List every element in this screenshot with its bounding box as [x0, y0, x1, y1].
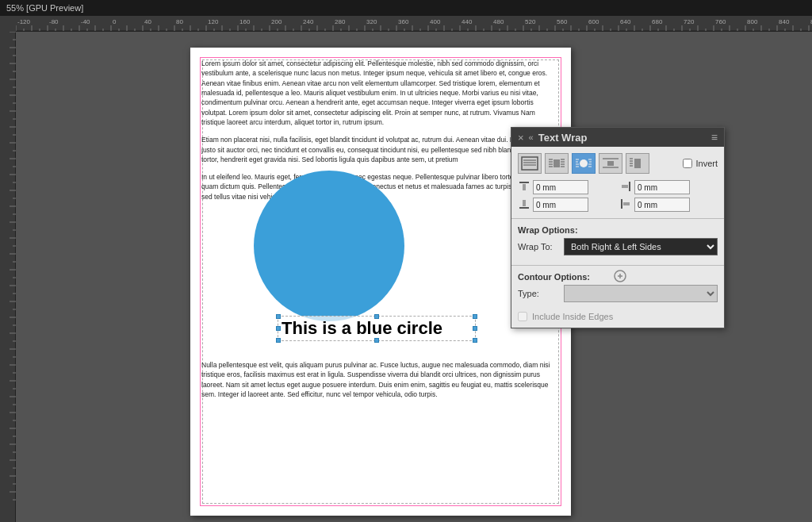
- include-edges-row: Include Inside Edges: [511, 309, 724, 328]
- svg-rect-342: [523, 184, 526, 190]
- offset-top-input[interactable]: [533, 180, 588, 194]
- handle-tl: [276, 314, 281, 319]
- svg-text:320: 320: [366, 18, 377, 25]
- svg-text:520: 520: [525, 18, 536, 25]
- offset-right-input[interactable]: [634, 180, 690, 194]
- svg-text:600: 600: [588, 18, 599, 25]
- offset-bottom-icon: [518, 198, 530, 211]
- svg-text:480: 480: [493, 18, 504, 25]
- ruler-left: [0, 32, 16, 522]
- svg-text:200: 200: [271, 18, 282, 25]
- handle-bl: [276, 338, 281, 343]
- svg-text:280: 280: [335, 18, 346, 25]
- svg-text:720: 720: [684, 18, 695, 25]
- circle-label-text: This is a blue circle: [282, 318, 442, 338]
- wrap-none-button[interactable]: [518, 153, 542, 174]
- panel-close-button[interactable]: ×: [518, 132, 524, 144]
- type-label: Type:: [518, 289, 557, 298]
- wrap-to-select[interactable]: Both Right & Left Sides Right Side Left …: [564, 238, 718, 255]
- type-row: Type:: [518, 285, 718, 302]
- svg-rect-311: [522, 157, 538, 170]
- svg-rect-343: [629, 182, 630, 191]
- offset-bottom-input[interactable]: [533, 198, 588, 212]
- svg-rect-336: [634, 159, 641, 168]
- canvas-area: Lorem ipsum dolor sit amet, consectetur …: [16, 32, 812, 522]
- type-select[interactable]: [564, 285, 718, 302]
- svg-text:680: 680: [652, 18, 663, 25]
- textwrap-panel: × « Text Wrap ≡: [511, 127, 725, 328]
- title-text: 55% [GPU Preview]: [6, 3, 83, 13]
- text-para-1: Lorem ipsum dolor sit amet, consectetur …: [201, 59, 560, 127]
- ruler-top: -120-80-40040801201602002402803203604004…: [0, 16, 812, 32]
- svg-text:80: 80: [176, 18, 183, 25]
- svg-text:40: 40: [144, 18, 151, 25]
- svg-text:400: 400: [430, 18, 441, 25]
- svg-rect-348: [623, 202, 630, 205]
- corner-square: [0, 16, 16, 32]
- svg-rect-315: [553, 159, 560, 167]
- wrap-options-section: Wrap Options: Wrap To: Both Right & Left…: [511, 222, 724, 262]
- svg-text:-120: -120: [17, 18, 31, 25]
- wrap-bounding-button[interactable]: [545, 153, 569, 174]
- handle-ml: [276, 326, 281, 331]
- offset-right-icon: [619, 181, 632, 194]
- svg-text:-40: -40: [81, 18, 90, 25]
- panel-titlebar: × « Text Wrap ≡: [511, 128, 724, 147]
- invert-section: Invert: [683, 159, 718, 168]
- svg-text:360: 360: [398, 18, 409, 25]
- svg-rect-346: [523, 200, 526, 206]
- handle-bm: [374, 338, 379, 343]
- panel-divider-1: [511, 218, 724, 219]
- include-edges-checkbox[interactable]: [518, 312, 527, 321]
- wrap-to-label: Wrap To:: [518, 242, 557, 251]
- svg-text:640: 640: [620, 18, 631, 25]
- wrap-to-dropdown-container: Both Right & Left Sides Right Side Left …: [564, 238, 718, 255]
- offset-left-icon: [619, 198, 632, 211]
- handle-br: [473, 338, 477, 343]
- wrap-buttons-row: Invert: [511, 147, 724, 177]
- svg-text:440: 440: [462, 18, 473, 25]
- svg-text:240: 240: [303, 18, 314, 25]
- panel-titlebar-left: × « Text Wrap: [518, 132, 587, 144]
- panel-menu-icon[interactable]: ≡: [711, 131, 718, 144]
- svg-point-324: [580, 159, 588, 167]
- svg-rect-347: [621, 199, 622, 209]
- panel-title: Text Wrap: [538, 132, 588, 144]
- svg-text:560: 560: [557, 18, 568, 25]
- svg-rect-345: [519, 207, 529, 209]
- offset-right-row: [619, 180, 718, 194]
- svg-text:800: 800: [747, 18, 758, 25]
- svg-text:760: 760: [715, 18, 726, 25]
- include-edges-label: Include Inside Edges: [532, 312, 613, 321]
- invert-checkbox[interactable]: [683, 159, 692, 168]
- title-bar: 55% [GPU Preview]: [0, 0, 812, 16]
- handle-mr: [473, 326, 477, 331]
- type-dropdown-container: [564, 285, 718, 302]
- offset-link-icon[interactable]: [613, 269, 627, 286]
- text-para-4: Nulla pellentesque est velit, quis aliqu…: [201, 360, 560, 399]
- circle-label-frame[interactable]: This is a blue circle: [278, 316, 476, 341]
- text-para-2: Etiam non placerat nisi, nulla facilisis…: [201, 135, 560, 164]
- panel-divider-2: [511, 265, 724, 266]
- wrap-jump-column-button[interactable]: [626, 153, 649, 174]
- svg-rect-333: [607, 161, 614, 166]
- wrap-to-row: Wrap To: Both Right & Left Sides Right S…: [518, 238, 718, 255]
- svg-text:0: 0: [113, 18, 117, 25]
- svg-rect-344: [622, 185, 628, 188]
- offset-top-icon: [518, 181, 530, 194]
- svg-text:840: 840: [779, 18, 790, 25]
- svg-text:160: 160: [239, 18, 251, 25]
- handle-tm: [374, 314, 379, 319]
- offset-bottom-row: [518, 198, 616, 212]
- offset-left-input[interactable]: [634, 198, 690, 212]
- blue-circle: [254, 171, 404, 321]
- invert-label: Invert: [695, 159, 718, 168]
- wrap-object-button[interactable]: [572, 153, 596, 174]
- wrap-options-title: Wrap Options:: [518, 225, 718, 235]
- wrap-jump-button[interactable]: [599, 153, 622, 174]
- offsets-section: [511, 177, 724, 215]
- svg-text:-80: -80: [49, 18, 59, 25]
- svg-rect-341: [519, 182, 529, 183]
- offset-top-row: [518, 180, 616, 194]
- panel-collapse-icon[interactable]: «: [529, 132, 534, 142]
